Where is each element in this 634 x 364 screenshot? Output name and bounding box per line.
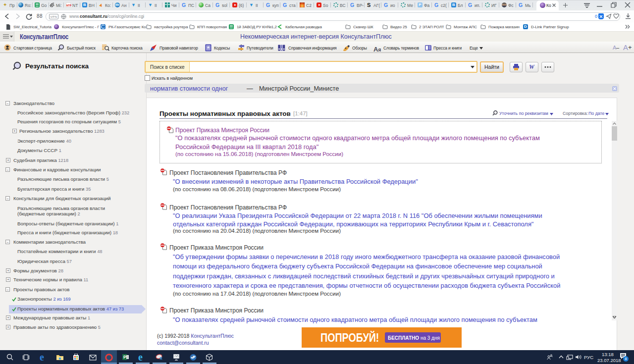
svg-text:P: P [123,355,126,360]
